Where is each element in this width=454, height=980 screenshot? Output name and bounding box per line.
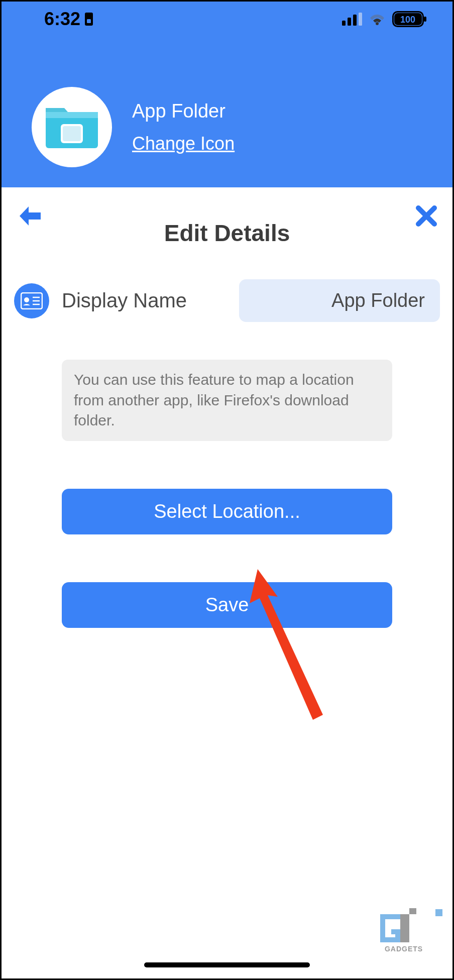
svg-rect-9 bbox=[424, 17, 426, 22]
svg-rect-2 bbox=[342, 21, 346, 26]
svg-rect-1 bbox=[87, 19, 91, 23]
battery-icon: 100 bbox=[392, 11, 427, 27]
display-name-input[interactable] bbox=[239, 279, 440, 322]
svg-text:GADGETS: GADGETS bbox=[385, 945, 423, 953]
id-card-icon bbox=[21, 292, 43, 309]
page-title: Edit Details bbox=[2, 220, 452, 247]
svg-rect-3 bbox=[348, 18, 351, 26]
status-right: 100 bbox=[342, 11, 427, 27]
svg-rect-5 bbox=[359, 13, 362, 26]
svg-rect-14 bbox=[63, 126, 81, 141]
portrait-lock-icon bbox=[84, 12, 93, 26]
display-name-row: Display Name bbox=[2, 272, 452, 330]
watermark-logo-icon: GADGETS bbox=[376, 908, 431, 953]
folder-title: App Folder bbox=[132, 100, 235, 122]
close-icon[interactable] bbox=[415, 205, 437, 227]
display-name-label: Display Name bbox=[62, 289, 226, 312]
select-location-button[interactable]: Select Location... bbox=[62, 489, 392, 534]
status-bar: 6:32 100 bbox=[2, 2, 452, 37]
status-time: 6:32 bbox=[44, 9, 93, 30]
back-arrow-icon[interactable] bbox=[17, 202, 44, 230]
page-title-row: Edit Details bbox=[2, 220, 452, 272]
wifi-icon bbox=[368, 13, 386, 26]
svg-rect-4 bbox=[353, 15, 357, 26]
svg-rect-12 bbox=[46, 112, 98, 118]
folder-icon-circle[interactable] bbox=[32, 87, 112, 167]
folder-header: App Folder Change Icon bbox=[2, 37, 452, 187]
cellular-signal-icon bbox=[342, 13, 362, 26]
svg-point-6 bbox=[376, 22, 379, 25]
change-icon-link[interactable]: Change Icon bbox=[132, 133, 235, 154]
save-button[interactable]: Save bbox=[62, 582, 392, 628]
id-card-icon-circle bbox=[14, 283, 49, 318]
watermark-dot-icon bbox=[434, 908, 443, 917]
svg-rect-20 bbox=[400, 914, 409, 942]
folder-icon bbox=[42, 102, 102, 152]
time-text: 6:32 bbox=[44, 9, 80, 30]
info-text: You can use this feature to map a locati… bbox=[62, 360, 392, 441]
svg-rect-22 bbox=[435, 909, 442, 916]
svg-point-16 bbox=[24, 297, 29, 302]
svg-text:100: 100 bbox=[400, 15, 415, 25]
watermark: GADGETS bbox=[376, 908, 443, 953]
home-indicator bbox=[144, 962, 310, 967]
